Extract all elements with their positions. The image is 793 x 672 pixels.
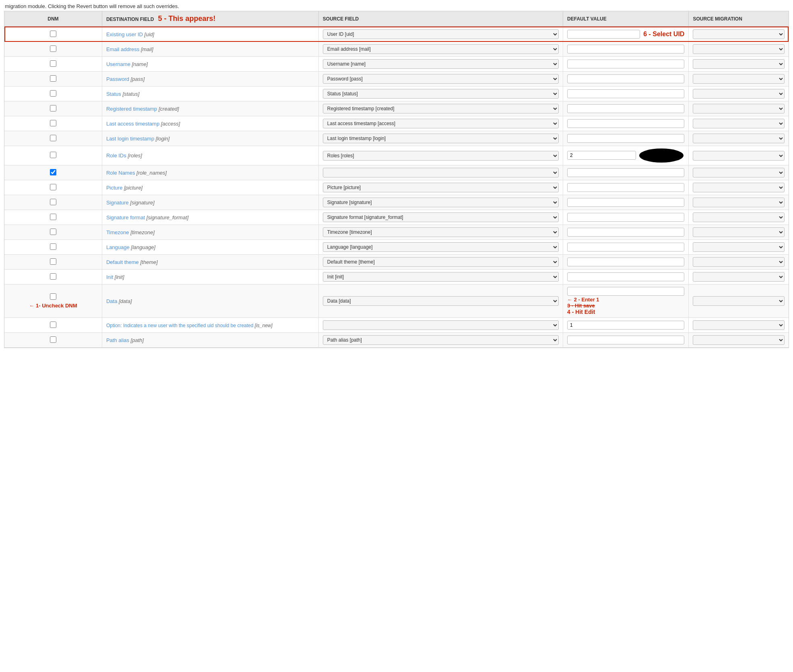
source-cell[interactable]: Last login timestamp [login] <box>318 131 563 146</box>
migration-select[interactable] <box>693 212 785 222</box>
source-select[interactable]: Registered timestamp [created] <box>323 104 559 113</box>
dnm-checkbox[interactable] <box>50 75 56 82</box>
migration-cell[interactable] <box>689 87 789 101</box>
source-cell[interactable] <box>318 318 563 333</box>
default-input[interactable] <box>567 272 684 281</box>
migration-select[interactable] <box>693 335 785 345</box>
migration-select[interactable] <box>693 119 785 128</box>
source-cell[interactable]: Email address [mail] <box>318 42 563 57</box>
dnm-checkbox[interactable] <box>50 60 56 67</box>
migration-select[interactable] <box>693 227 785 237</box>
source-cell[interactable]: Timezone [timezone] <box>318 225 563 240</box>
migration-cell[interactable] <box>689 146 789 165</box>
default-input[interactable] <box>567 336 684 344</box>
migration-select[interactable] <box>693 320 785 330</box>
dnm-checkbox[interactable] <box>50 135 56 141</box>
migration-select[interactable] <box>693 134 785 143</box>
destination-field-link[interactable]: Registered timestamp <box>106 106 157 112</box>
migration-select[interactable] <box>693 198 785 207</box>
destination-field-link[interactable]: Signature format <box>106 214 145 221</box>
migration-cell[interactable] <box>689 101 789 116</box>
source-select[interactable]: Timezone [timezone] <box>323 227 559 237</box>
destination-field-link[interactable]: Password <box>106 76 129 82</box>
source-select[interactable]: Last login timestamp [login] <box>323 134 559 143</box>
default-input[interactable] <box>567 168 684 177</box>
default-input[interactable] <box>567 213 684 222</box>
source-select[interactable]: Picture [picture] <box>323 183 559 192</box>
default-input[interactable] <box>567 74 684 83</box>
dnm-checkbox[interactable] <box>50 214 56 220</box>
dnm-checkbox[interactable] <box>50 120 56 126</box>
source-cell[interactable]: Last access timestamp [access] <box>318 116 563 131</box>
dnm-checkbox[interactable] <box>50 184 56 190</box>
source-cell[interactable]: Language [language] <box>318 240 563 255</box>
destination-field-link[interactable]: Init <box>106 274 113 280</box>
source-select[interactable]: Language [language] <box>323 242 559 252</box>
dnm-checkbox[interactable] <box>50 273 56 280</box>
dnm-checkbox[interactable] <box>50 322 56 328</box>
migration-select[interactable] <box>693 89 785 99</box>
default-input[interactable] <box>567 228 684 237</box>
migration-select[interactable] <box>693 44 785 54</box>
default-input[interactable] <box>567 134 684 143</box>
migration-select[interactable] <box>693 272 785 282</box>
source-select[interactable]: Email address [mail] <box>323 44 559 54</box>
default-input[interactable] <box>567 119 684 128</box>
dnm-checkbox[interactable] <box>50 258 56 265</box>
source-cell[interactable]: Default theme [theme] <box>318 255 563 270</box>
default-input[interactable] <box>567 183 684 192</box>
dnm-checkbox[interactable] <box>50 90 56 97</box>
dnm-checkbox[interactable] <box>50 199 56 205</box>
migration-select[interactable] <box>693 29 785 39</box>
migration-cell[interactable] <box>689 225 789 240</box>
migration-select[interactable] <box>693 257 785 267</box>
default-input[interactable] <box>567 89 684 98</box>
source-cell[interactable]: User ID [uid] <box>318 27 563 42</box>
source-select[interactable]: Last access timestamp [access] <box>323 119 559 128</box>
migration-cell[interactable] <box>689 255 789 270</box>
source-cell[interactable]: Signature [signature] <box>318 195 563 210</box>
destination-field-link[interactable]: Picture <box>106 185 122 191</box>
migration-cell[interactable] <box>689 240 789 255</box>
migration-select[interactable] <box>693 242 785 252</box>
migration-cell[interactable] <box>689 116 789 131</box>
source-cell[interactable] <box>318 165 563 180</box>
source-cell[interactable]: Registered timestamp [created] <box>318 101 563 116</box>
default-input[interactable] <box>567 321 684 330</box>
destination-field-link[interactable]: Last login timestamp <box>106 136 154 142</box>
destination-field-link[interactable]: Last access timestamp <box>106 121 159 127</box>
default-input[interactable] <box>567 258 684 266</box>
source-select[interactable] <box>323 168 559 177</box>
destination-field-link[interactable]: Default theme <box>106 259 139 265</box>
dnm-checkbox[interactable] <box>50 293 56 300</box>
source-cell[interactable]: Picture [picture] <box>318 180 563 195</box>
migration-cell[interactable] <box>689 195 789 210</box>
source-cell[interactable]: Init [init] <box>318 270 563 284</box>
destination-field-link[interactable]: Path alias <box>106 337 129 343</box>
default-input[interactable] <box>567 104 684 113</box>
migration-cell[interactable] <box>689 42 789 57</box>
migration-select[interactable] <box>693 59 785 69</box>
source-cell[interactable]: Password [pass] <box>318 72 563 87</box>
source-cell[interactable]: Data [data] <box>318 284 563 318</box>
source-cell[interactable]: Roles [roles] <box>318 146 563 165</box>
migration-cell[interactable] <box>689 210 789 225</box>
destination-field-link[interactable]: Role IDs <box>106 153 126 159</box>
migration-cell[interactable] <box>689 72 789 87</box>
source-select[interactable]: Init [init] <box>323 272 559 282</box>
source-cell[interactable]: Path alias [path] <box>318 333 563 348</box>
migration-select[interactable] <box>693 104 785 113</box>
source-select[interactable]: Roles [roles] <box>323 151 559 161</box>
default-input[interactable] <box>567 198 684 207</box>
default-input[interactable] <box>567 45 684 54</box>
migration-cell[interactable] <box>689 131 789 146</box>
migration-select[interactable] <box>693 183 785 192</box>
source-select[interactable]: Password [pass] <box>323 74 559 84</box>
migration-select[interactable] <box>693 74 785 84</box>
source-select[interactable]: User ID [uid] <box>323 29 559 39</box>
dnm-checkbox[interactable] <box>50 169 56 175</box>
source-cell[interactable]: Username [name] <box>318 57 563 72</box>
dnm-checkbox[interactable] <box>50 336 56 343</box>
destination-field-link[interactable]: Timezone <box>106 229 129 235</box>
dnm-checkbox[interactable] <box>50 229 56 235</box>
